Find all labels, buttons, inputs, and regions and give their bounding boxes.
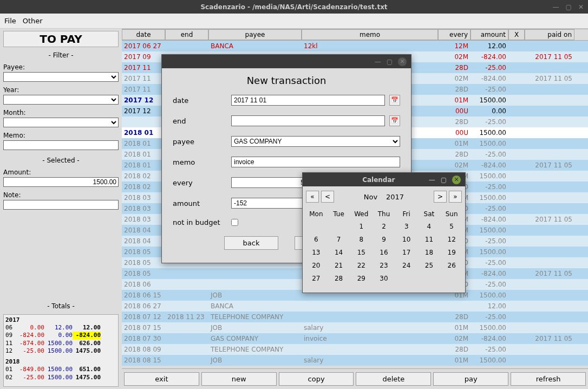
menubar: File Other [0, 14, 588, 29]
month-select[interactable] [3, 118, 119, 127]
calendar-day[interactable]: 13 [305, 246, 328, 259]
calendar-day[interactable]: 10 [395, 233, 418, 246]
year-select[interactable] [3, 95, 119, 105]
table-row[interactable]: 2017 06 27 BANCA 12kl 12M 12.00 [122, 41, 588, 51]
calendar-close-icon[interactable]: ✕ [452, 176, 461, 184]
prev-month-button[interactable]: < [321, 191, 334, 203]
calendar-icon[interactable]: 📅 [389, 115, 400, 126]
calendar-day[interactable]: 22 [350, 259, 373, 272]
calendar-day[interactable]: 1 [350, 220, 373, 233]
table-row[interactable]: 2018 07 15 JOB salary 01M 1500.00 [122, 322, 588, 333]
prev-year-button[interactable]: « [306, 191, 319, 203]
dlg-date-input[interactable] [231, 95, 385, 106]
dialog-maximize-icon[interactable]: ▢ [387, 58, 393, 66]
dlg-payee-label: payee [173, 138, 227, 146]
calendar-day[interactable]: 6 [305, 233, 328, 246]
calendar-day[interactable]: 28 [328, 272, 350, 285]
dlg-end-input[interactable] [231, 115, 385, 126]
window-titlebar: Scadenzario - /media/NAS/Arti/Scadenzari… [0, 0, 588, 14]
calendar-day[interactable]: 7 [328, 233, 350, 246]
calendar-day[interactable]: 20 [305, 259, 328, 272]
calendar-day[interactable]: 27 [305, 272, 328, 285]
table-row[interactable]: 2018 06 27 BANCA 12.00 [122, 301, 588, 312]
table-row[interactable]: 2018 07 12 2018 11 23 TELEPHONE COMPANY … [122, 312, 588, 322]
note-input[interactable] [3, 200, 119, 210]
col-end[interactable]: end [165, 29, 208, 40]
col-every[interactable]: every [438, 29, 471, 40]
menu-file[interactable]: File [4, 17, 16, 25]
pay-button[interactable]: pay [433, 372, 508, 386]
calendar-icon[interactable]: 📅 [389, 95, 400, 106]
calendar-day [305, 220, 328, 233]
filter-heading: - Filter - [3, 49, 119, 61]
back-button[interactable]: back [224, 236, 278, 250]
new-button[interactable]: new [201, 372, 277, 386]
amount-input[interactable] [3, 177, 119, 187]
calendar-day[interactable]: 15 [350, 246, 373, 259]
calendar-day[interactable]: 23 [373, 259, 395, 272]
calendar-titlebar[interactable]: Calendar — ▢ ✕ [303, 173, 465, 186]
dialog-close-icon[interactable]: ✕ [398, 57, 407, 66]
calendar-day[interactable]: 29 [350, 272, 373, 285]
calendar-day[interactable]: 21 [328, 259, 350, 272]
calendar-day[interactable]: 9 [373, 233, 395, 246]
next-month-button[interactable]: > [434, 191, 447, 203]
calendar-grid: MonTueWedThuFriSatSun1234567891011121314… [303, 207, 465, 293]
calendar-day[interactable]: 30 [373, 272, 395, 285]
payee-select[interactable] [3, 72, 119, 82]
calendar-day[interactable]: 11 [418, 233, 441, 246]
col-memo[interactable]: memo [302, 29, 438, 40]
col-amount[interactable]: amount [471, 29, 508, 40]
calendar-year[interactable]: 2017 [383, 193, 407, 201]
calendar-day[interactable]: 8 [350, 233, 373, 246]
exit-button[interactable]: exit [124, 372, 199, 386]
memo-input[interactable] [3, 140, 119, 150]
menu-other[interactable]: Other [23, 17, 43, 25]
calendar-day[interactable]: 5 [440, 220, 463, 233]
copy-button[interactable]: copy [279, 372, 354, 386]
col-date[interactable]: date [122, 29, 165, 40]
maximize-icon[interactable]: ▢ [566, 3, 572, 11]
dlg-budget-checkbox[interactable] [231, 219, 238, 226]
dialog-title: New transaction [162, 68, 411, 95]
year-label: Year: [3, 86, 119, 94]
calendar-day[interactable]: 3 [395, 220, 418, 233]
table-header: date end payee memo every amount X paid … [122, 29, 588, 41]
dialog-titlebar[interactable]: — ▢ ✕ [162, 55, 411, 68]
dlg-memo-label: memo [173, 158, 227, 166]
sidebar: TO PAY - Filter - Payee: Year: Month: Me… [0, 29, 122, 389]
calendar-day[interactable]: 4 [418, 220, 441, 233]
refresh-button[interactable]: refresh [511, 372, 586, 386]
calendar-month[interactable]: Nov [361, 193, 381, 201]
calendar-day[interactable]: 24 [395, 259, 418, 272]
dlg-payee-select[interactable]: GAS COMPANY [231, 136, 400, 147]
calendar-day[interactable]: 14 [328, 246, 350, 259]
calendar-day[interactable]: 25 [418, 259, 441, 272]
dlg-memo-input[interactable] [231, 157, 400, 167]
calendar-minimize-icon[interactable]: — [429, 176, 435, 184]
dlg-amount-input[interactable] [231, 198, 307, 209]
calendar-day[interactable]: 16 [373, 246, 395, 259]
delete-button[interactable]: delete [356, 372, 431, 386]
close-icon[interactable]: ✕ [578, 3, 584, 11]
minimize-icon[interactable]: — [553, 3, 559, 11]
col-payee[interactable]: payee [208, 29, 302, 40]
calendar-dow: Mon [305, 208, 328, 220]
dlg-every-input[interactable] [231, 177, 307, 188]
dialog-minimize-icon[interactable]: — [375, 58, 381, 66]
table-row[interactable]: 2018 08 09 TELEPHONE COMPANY 28D -25.00 [122, 344, 588, 355]
calendar-day[interactable]: 26 [440, 259, 463, 272]
memo-label: Memo: [3, 132, 119, 139]
col-x[interactable]: X [508, 29, 525, 40]
calendar-day[interactable]: 12 [440, 233, 463, 246]
calendar-day[interactable]: 17 [395, 246, 418, 259]
topay-heading: TO PAY [3, 31, 119, 47]
calendar-day[interactable]: 2 [373, 220, 395, 233]
col-paid[interactable]: paid on [525, 29, 574, 40]
table-row[interactable]: 2018 08 15 JOB salary 01M 1500.00 [122, 355, 588, 366]
calendar-day[interactable]: 18 [418, 246, 441, 259]
next-year-button[interactable]: » [449, 191, 462, 203]
calendar-maximize-icon[interactable]: ▢ [441, 176, 447, 184]
calendar-day[interactable]: 19 [440, 246, 463, 259]
table-row[interactable]: 2018 07 30 GAS COMPANY invoice 02M -824.… [122, 333, 588, 344]
